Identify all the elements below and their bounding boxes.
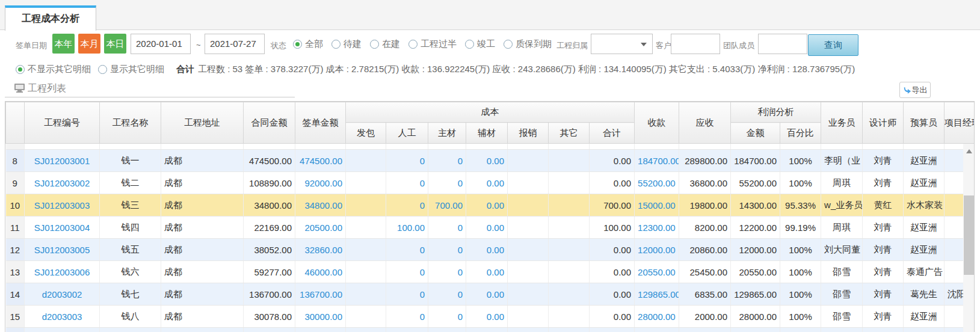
radio-icon[interactable] bbox=[16, 65, 25, 74]
col-header-pm[interactable]: 项目经理 bbox=[945, 102, 975, 144]
project-addr-cell: 成都 bbox=[161, 217, 244, 239]
this-month-button[interactable]: 本月 bbox=[78, 34, 100, 54]
chevron-down-icon bbox=[641, 43, 647, 46]
sign-amount-cell: 20500.00 bbox=[295, 217, 346, 239]
status-radio-group: 全部待建在建工程过半竣工质保到期 bbox=[293, 38, 560, 50]
table-row-8[interactable]: 8SJ012003001钱一成都474500.00474500.00000.00… bbox=[6, 150, 975, 172]
radio-icon[interactable] bbox=[98, 65, 107, 74]
cost-zhucai-cell: 0 bbox=[428, 172, 466, 194]
partial-row bbox=[6, 328, 975, 332]
export-button[interactable]: 导出 bbox=[899, 82, 931, 98]
project-code-cell[interactable]: SJ012003003 bbox=[25, 194, 100, 217]
col-header-addr[interactable]: 工程地址 bbox=[161, 102, 244, 144]
profit-percent-cell: 95.33% bbox=[780, 194, 821, 217]
project-code-cell[interactable]: SJ012003004 bbox=[25, 217, 100, 239]
col-header-heji[interactable]: 合计 bbox=[590, 123, 635, 144]
status-option-3[interactable]: 工程过半 bbox=[408, 38, 457, 50]
col-header-budget[interactable]: 预算员 bbox=[904, 102, 945, 144]
col-header-amount[interactable]: 金额 bbox=[731, 123, 780, 144]
radio-icon[interactable] bbox=[370, 40, 379, 49]
table-row-9[interactable]: 9SJ012003002钱二成都108890.0092000.00000.000… bbox=[6, 172, 975, 194]
col-header-baoxiao[interactable]: 报销 bbox=[508, 123, 549, 144]
col-header-received[interactable]: 收款 bbox=[635, 102, 679, 144]
radio-icon[interactable] bbox=[465, 40, 474, 49]
col-header-fucai[interactable]: 辅材 bbox=[466, 123, 508, 144]
project-code-cell[interactable]: d2003002 bbox=[25, 283, 100, 306]
status-option-5[interactable]: 质保到期 bbox=[504, 38, 552, 50]
col-header-receivable[interactable]: 应收 bbox=[679, 102, 731, 144]
table-row-10[interactable]: 10SJ012003003钱三成都34800.0034800.000700.00… bbox=[6, 194, 975, 217]
cost-baoxiao-cell bbox=[508, 172, 549, 194]
team-input[interactable] bbox=[758, 34, 807, 54]
project-name-cell: 钱三 bbox=[100, 194, 161, 217]
cost-zhucai-cell: 0 bbox=[428, 306, 466, 328]
table-row-13[interactable]: 13SJ012003006钱六成都59277.0046000.00000.000… bbox=[6, 261, 975, 283]
project-addr-cell: 成都 bbox=[161, 261, 244, 283]
budget-cell: 泰通广告 bbox=[904, 261, 945, 283]
profit-percent-cell: 100% bbox=[780, 306, 821, 328]
row-index-cell: 14 bbox=[6, 283, 25, 306]
table-row-15[interactable]: 15d2003003钱八成都30078.0030000.00000.000.00… bbox=[6, 306, 975, 328]
cost-heji-cell: 0.00 bbox=[590, 261, 635, 283]
contract-amount-cell: 108890.00 bbox=[244, 172, 295, 194]
col-header-qita[interactable]: 其它 bbox=[549, 123, 590, 144]
col-header-index[interactable] bbox=[6, 102, 25, 144]
col-header-sales[interactable]: 业务员 bbox=[821, 102, 863, 144]
vertical-scrollbar[interactable] bbox=[963, 144, 975, 332]
sign-amount-cell: 34800.00 bbox=[295, 194, 346, 217]
col-header-contract[interactable]: 合同金额 bbox=[244, 102, 295, 144]
col-header-fabao[interactable]: 发包 bbox=[346, 123, 386, 144]
status-option-4[interactable]: 竣工 bbox=[465, 38, 495, 50]
sales-cell: 邵雪 bbox=[821, 306, 863, 328]
table-row-12[interactable]: 12SJ012003005钱五成都38052.0032860.00000.000… bbox=[6, 239, 975, 261]
col-header-designer[interactable]: 设计师 bbox=[863, 102, 904, 144]
col-header-name[interactable]: 工程名称 bbox=[100, 102, 161, 144]
belong-select[interactable] bbox=[591, 34, 653, 54]
project-code-cell[interactable]: SJ012003001 bbox=[25, 150, 100, 172]
this-year-button[interactable]: 本年 bbox=[52, 34, 75, 54]
project-code-cell[interactable]: SJ012003005 bbox=[25, 239, 100, 261]
profit-percent-cell: 99.19% bbox=[780, 217, 821, 239]
project-code-cell[interactable]: d2003003 bbox=[25, 306, 100, 328]
table-row-11[interactable]: 11SJ012003004钱四成都22169.0020500.00100.000… bbox=[6, 217, 975, 239]
radio-icon[interactable] bbox=[408, 40, 418, 49]
scroll-up-icon[interactable] bbox=[966, 149, 972, 153]
project-code-cell[interactable]: SJ012003002 bbox=[25, 172, 100, 194]
designer-cell: 刘青 bbox=[863, 261, 904, 283]
radio-label: 质保到期 bbox=[516, 38, 552, 49]
radio-icon[interactable] bbox=[331, 40, 341, 49]
col-header-zhucai[interactable]: 主材 bbox=[428, 123, 466, 144]
col-header-rengong[interactable]: 人工 bbox=[386, 123, 428, 144]
contract-amount-cell: 59277.00 bbox=[244, 261, 295, 283]
tab-project-cost-analysis[interactable]: 工程成本分析 bbox=[5, 5, 96, 31]
detail-toggle-1[interactable]: 显示其它明细 bbox=[98, 64, 164, 75]
detail-toggle-0[interactable]: 不显示其它明细 bbox=[16, 64, 91, 75]
cost-fabao-cell bbox=[346, 172, 386, 194]
received-cell: 20550.00 bbox=[635, 261, 679, 283]
col-header-sign[interactable]: 签单金额 bbox=[295, 102, 346, 144]
col-group-profit: 利润分析 bbox=[731, 102, 821, 123]
search-button[interactable]: 查询 bbox=[808, 34, 858, 56]
cost-baoxiao-cell bbox=[508, 239, 549, 261]
this-day-button[interactable]: 本日 bbox=[104, 34, 126, 54]
radio-icon[interactable] bbox=[504, 40, 513, 49]
table-row-14[interactable]: 14d2003002钱七成都136700.00136700.00000.000.… bbox=[6, 283, 975, 306]
radio-icon[interactable] bbox=[293, 40, 302, 49]
cost-qita-cell bbox=[549, 261, 590, 283]
sign-amount-cell: 32860.00 bbox=[295, 239, 346, 261]
date-from-input[interactable]: 2020-01-01 bbox=[131, 34, 191, 54]
col-header-percent[interactable]: 百分比 bbox=[780, 123, 821, 144]
customer-label: 客户 bbox=[656, 40, 671, 51]
radio-label: 竣工 bbox=[477, 38, 495, 49]
cost-zhucai-cell: 0 bbox=[428, 217, 466, 239]
project-code-cell[interactable]: SJ012003006 bbox=[25, 261, 100, 283]
cost-fabao-cell bbox=[346, 306, 386, 328]
col-header-code[interactable]: 工程编号 bbox=[25, 102, 100, 144]
customer-input[interactable] bbox=[671, 34, 720, 54]
date-to-input[interactable]: 2021-07-27 bbox=[205, 34, 265, 54]
status-option-2[interactable]: 在建 bbox=[370, 38, 400, 50]
status-option-1[interactable]: 待建 bbox=[331, 38, 362, 50]
status-option-0[interactable]: 全部 bbox=[293, 38, 323, 50]
sales-cell: 周琪 bbox=[821, 172, 863, 194]
scrollbar-thumb[interactable] bbox=[964, 195, 975, 275]
